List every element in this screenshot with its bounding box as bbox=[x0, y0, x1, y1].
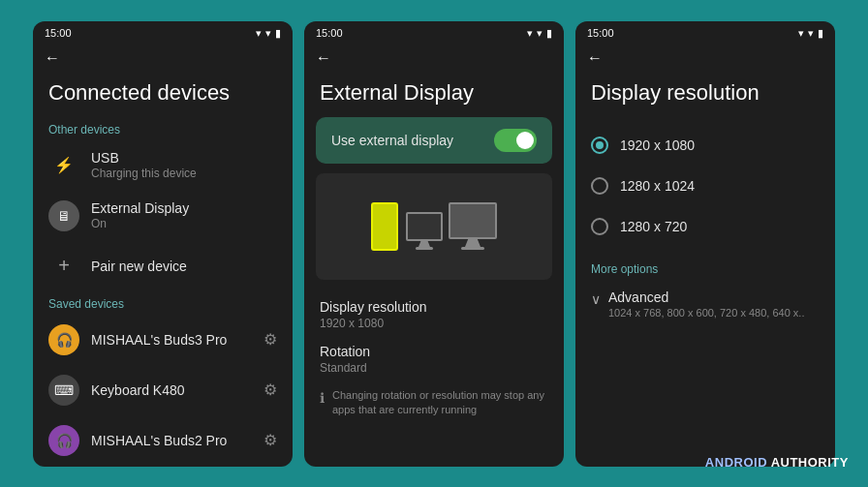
resolution-720-label: 1280 x 720 bbox=[620, 219, 687, 234]
use-external-display-toggle[interactable]: Use external display bbox=[316, 117, 552, 164]
pair-new-device-item[interactable]: + Pair new device bbox=[33, 241, 293, 291]
buds3-item[interactable]: 🎧 MISHAAL's Buds3 Pro ⚙ bbox=[33, 315, 293, 365]
external-display-item[interactable]: 🖥 External Display On bbox=[33, 191, 293, 241]
usb-item[interactable]: ⚡ USB Charging this device bbox=[33, 140, 293, 191]
status-icons-2: ▾ ▾ ▮ bbox=[527, 27, 552, 40]
wifi-icon: ▾ bbox=[256, 27, 262, 40]
back-bar-3[interactable]: ← bbox=[575, 44, 835, 73]
usb-text: USB Charging this device bbox=[91, 150, 197, 180]
buds2-text: MISHAAL's Buds2 Pro bbox=[91, 433, 227, 448]
monitor-small-screen bbox=[406, 212, 443, 241]
external-display-subtitle: On bbox=[91, 217, 189, 230]
rotation-subtitle: Standard bbox=[320, 361, 548, 375]
battery-icon-2: ▮ bbox=[546, 27, 552, 40]
resolution-1024-label: 1280 x 1024 bbox=[620, 178, 695, 194]
external-display-text: External Display On bbox=[91, 200, 189, 230]
watermark-authority: AUTHORITY bbox=[771, 455, 849, 470]
advanced-row[interactable]: ∨ Advanced 1024 x 768, 800 x 600, 720 x … bbox=[575, 280, 835, 328]
see-all-item[interactable]: › See all bbox=[33, 466, 293, 467]
saved-devices-label: Saved devices bbox=[33, 291, 293, 315]
back-bar-2[interactable]: ← bbox=[304, 44, 564, 73]
toggle-switch[interactable] bbox=[494, 129, 537, 152]
page-title-1: Connected devices bbox=[33, 73, 293, 117]
status-bar-2: 15:00 ▾ ▾ ▮ bbox=[304, 21, 564, 44]
watermark-android: ANDROID bbox=[705, 455, 771, 470]
page-title-3: Display resolution bbox=[575, 73, 835, 117]
radio-1024[interactable] bbox=[591, 177, 608, 195]
buds2-item[interactable]: 🎧 MISHAAL's Buds2 Pro ⚙ bbox=[33, 415, 293, 466]
status-bar-1: 15:00 ▾ ▾ ▮ bbox=[33, 21, 293, 44]
rotation-row[interactable]: Rotation Standard bbox=[304, 334, 564, 379]
back-button-2[interactable]: ← bbox=[316, 49, 331, 67]
other-devices-label: Other devices bbox=[33, 117, 293, 140]
usb-icon: ⚡ bbox=[48, 150, 79, 181]
radio-1080[interactable] bbox=[591, 137, 608, 154]
buds3-icon: 🎧 bbox=[48, 324, 79, 355]
pair-text: Pair new device bbox=[91, 259, 187, 274]
resolution-1080[interactable]: 1920 x 1080 bbox=[575, 125, 835, 166]
plus-icon: + bbox=[48, 251, 79, 282]
monitor-large-screen bbox=[449, 202, 497, 239]
display-resolution-row[interactable]: Display resolution 1920 x 1080 bbox=[304, 289, 564, 334]
external-display-title: External Display bbox=[91, 200, 189, 216]
radio-720[interactable] bbox=[591, 218, 608, 235]
monitor-large-stand bbox=[465, 239, 480, 247]
advanced-title: Advanced bbox=[608, 289, 804, 305]
back-button-1[interactable]: ← bbox=[45, 49, 60, 67]
battery-icon-3: ▮ bbox=[818, 27, 823, 40]
keyboard-item[interactable]: ⌨ Keyboard K480 ⚙ bbox=[33, 365, 293, 415]
wifi-icon-2: ▾ bbox=[527, 27, 533, 40]
buds2-title: MISHAAL's Buds2 Pro bbox=[91, 433, 227, 448]
status-icons-3: ▾ ▾ ▮ bbox=[798, 27, 823, 40]
monitor-small-illustration bbox=[406, 212, 443, 250]
buds3-gear-icon[interactable]: ⚙ bbox=[264, 330, 277, 349]
battery-icon: ▮ bbox=[275, 27, 281, 40]
warning-row: ℹ Changing rotation or resolution may st… bbox=[304, 379, 564, 428]
status-time-3: 15:00 bbox=[587, 27, 614, 39]
advanced-subtitle: 1024 x 768, 800 x 600, 720 x 480, 640 x.… bbox=[608, 307, 804, 319]
warning-text: Changing rotation or resolution may stop… bbox=[332, 388, 548, 418]
rotation-title: Rotation bbox=[320, 344, 548, 359]
monitor-small-stand bbox=[418, 241, 430, 247]
display-resolution-title: Display resolution bbox=[320, 299, 548, 315]
info-icon: ℹ bbox=[320, 389, 325, 409]
keyboard-title: Keyboard K480 bbox=[91, 382, 185, 398]
status-time-2: 15:00 bbox=[316, 27, 343, 39]
resolution-options: 1920 x 1080 1280 x 1024 1280 x 720 bbox=[575, 117, 835, 255]
buds2-icon: 🎧 bbox=[48, 425, 79, 456]
buds2-gear-icon[interactable]: ⚙ bbox=[264, 431, 277, 449]
resolution-1024[interactable]: 1280 x 1024 bbox=[575, 166, 835, 206]
usb-subtitle: Charging this device bbox=[91, 167, 197, 180]
monitor-small-base bbox=[416, 247, 433, 250]
back-button-3[interactable]: ← bbox=[587, 49, 603, 67]
wifi-icon-3: ▾ bbox=[798, 27, 804, 40]
display-illustration bbox=[316, 173, 552, 280]
phone-illustration bbox=[371, 202, 398, 251]
signal-icon-2: ▾ bbox=[537, 27, 542, 40]
keyboard-gear-icon[interactable]: ⚙ bbox=[264, 380, 277, 399]
resolution-720[interactable]: 1280 x 720 bbox=[575, 206, 835, 247]
signal-icon-3: ▾ bbox=[808, 27, 814, 40]
monitor-large-illustration bbox=[449, 202, 497, 250]
display-resolution-subtitle: 1920 x 1080 bbox=[320, 317, 548, 330]
buds3-text: MISHAAL's Buds3 Pro bbox=[91, 332, 227, 348]
toggle-label: Use external display bbox=[331, 133, 453, 148]
pair-title: Pair new device bbox=[91, 259, 187, 274]
advanced-text: Advanced 1024 x 768, 800 x 600, 720 x 48… bbox=[608, 289, 804, 319]
display-icon: 🖥 bbox=[48, 200, 79, 231]
status-icons-1: ▾ ▾ ▮ bbox=[256, 27, 281, 40]
resolution-1080-label: 1920 x 1080 bbox=[620, 137, 695, 153]
panel-external-display: 15:00 ▾ ▾ ▮ ← External Display Use exter… bbox=[304, 21, 564, 467]
keyboard-text: Keyboard K480 bbox=[91, 382, 185, 398]
more-options-label: More options bbox=[575, 255, 835, 280]
panel-connected-devices: 15:00 ▾ ▾ ▮ ← Connected devices Other de… bbox=[33, 21, 293, 467]
status-bar-3: 15:00 ▾ ▾ ▮ bbox=[575, 21, 835, 44]
back-bar-1[interactable]: ← bbox=[33, 44, 293, 73]
watermark: ANDROID AUTHORITY bbox=[705, 455, 849, 470]
monitor-large-base bbox=[461, 247, 484, 250]
keyboard-icon: ⌨ bbox=[48, 375, 79, 406]
status-time-1: 15:00 bbox=[45, 27, 72, 39]
buds3-title: MISHAAL's Buds3 Pro bbox=[91, 332, 227, 348]
signal-icon: ▾ bbox=[265, 27, 271, 40]
panel-display-resolution: 15:00 ▾ ▾ ▮ ← Display resolution 1920 x … bbox=[575, 21, 835, 467]
